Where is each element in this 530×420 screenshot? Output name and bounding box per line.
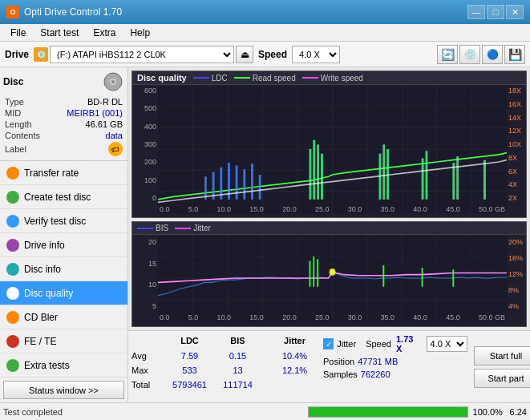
avg-label: Avg — [131, 351, 164, 361]
disc-blue-button[interactable]: 🔵 — [482, 45, 503, 64]
svg-rect-30 — [321, 154, 323, 200]
disc-mid-value: MEIRB1 (001) — [67, 108, 123, 118]
drive-select[interactable]: (F:) ATAPI iHBS112 2 CL0K — [50, 46, 234, 63]
disc-panel: Disc Type BD-R DL MID MEIRB1 (001) Lengt… — [0, 67, 127, 161]
chart2-x-axis: 0.0 5.0 10.0 15.0 20.0 25.0 30.0 35.0 40… — [158, 313, 507, 321]
fe-te-icon — [6, 335, 19, 348]
status-speed: 6.24 — [510, 407, 527, 417]
app-icon: O — [6, 6, 19, 18]
nav-verify-test-disc-label: Verify test disc — [24, 216, 86, 227]
read-label: Read speed — [253, 74, 296, 83]
chart1-x-axis: 0.0 5.0 10.0 15.0 20.0 25.0 30.0 35.0 40… — [158, 205, 507, 213]
disc-quality-icon — [6, 287, 19, 300]
nav-drive-info[interactable]: Drive info — [0, 233, 127, 257]
write-color — [302, 77, 318, 79]
nav-transfer-rate-label: Transfer rate — [24, 168, 79, 179]
max-jitter: 12.1% — [273, 365, 317, 375]
chart2-legend-bis: BIS — [137, 224, 168, 232]
svg-rect-55 — [317, 259, 318, 287]
nav-transfer-rate[interactable]: Transfer rate — [0, 161, 127, 185]
extra-tests-icon — [6, 359, 19, 372]
svg-rect-37 — [456, 156, 459, 200]
svg-rect-23 — [236, 166, 238, 200]
progress-bar-fill — [309, 407, 467, 417]
eject-button[interactable]: ⏏ — [236, 46, 253, 63]
svg-rect-54 — [313, 256, 314, 287]
disc-length-label: Length — [5, 119, 32, 129]
samples-value: 762260 — [361, 370, 390, 379]
maximize-button[interactable]: □ — [487, 5, 504, 19]
nav-fe-te[interactable]: FE / TE — [0, 329, 127, 353]
chart1-svg — [158, 85, 507, 213]
samples-row: Samples 762260 — [323, 370, 467, 379]
jitter-label: Jitter — [193, 224, 211, 232]
chart1-body: 600 500 400 300 200 100 0 — [132, 85, 526, 213]
chart2-titlebar: BIS Jitter — [132, 222, 526, 235]
chart1-legend-read: Read speed — [234, 74, 296, 83]
disc-label-icon[interactable]: 🏷 — [108, 142, 123, 156]
save-button[interactable]: 💾 — [504, 45, 525, 64]
disc-mid-label: MID — [5, 108, 21, 118]
svg-rect-27 — [310, 149, 312, 200]
close-button[interactable]: ✕ — [506, 5, 524, 19]
disc-header: Disc — [3, 71, 124, 93]
svg-rect-36 — [452, 163, 455, 200]
chart-area: Disc quality LDC Read speed Write speed — [128, 67, 530, 330]
stats-table: LDC BIS Jitter Avg 7.59 0.15 10.4% Max 5… — [131, 334, 317, 399]
nav-create-test-disc-label: Create test disc — [24, 192, 91, 203]
chart1-titlebar: Disc quality LDC Read speed Write speed — [132, 71, 526, 85]
disc-red-button[interactable]: 💿 — [459, 45, 480, 64]
speed-select[interactable]: 4.0 X — [292, 46, 340, 63]
disc-panel-title: Disc — [3, 76, 23, 87]
start-full-button[interactable]: Start full — [474, 346, 530, 365]
speed-label-stat: Speed — [366, 339, 391, 349]
menu-help[interactable]: Help — [123, 25, 157, 41]
nav-extra-tests[interactable]: Extra tests — [0, 353, 127, 378]
jitter-color — [175, 228, 191, 229]
jitter-checkbox-row: ✓ Jitter Speed 1.73 X 4.0 X — [323, 334, 467, 353]
svg-rect-57 — [422, 268, 423, 287]
nav-disc-quality[interactable]: Disc quality — [0, 281, 127, 305]
nav-cd-bler[interactable]: CD Bler — [0, 305, 127, 329]
disc-mid-row: MID MEIRB1 (001) — [3, 107, 124, 119]
chart1-panel: Disc quality LDC Read speed Write speed — [131, 71, 527, 218]
svg-rect-28 — [313, 140, 315, 200]
nav-extra-tests-label: Extra tests — [24, 360, 70, 371]
chart2-body: 20 15 10 5 — [132, 235, 526, 321]
refresh-button[interactable]: 🔄 — [437, 45, 458, 64]
disc-length-value: 46.61 GB — [86, 119, 123, 129]
read-color — [234, 77, 250, 79]
verify-test-disc-icon — [6, 215, 19, 228]
nav-create-test-disc[interactable]: Create test disc — [0, 185, 127, 209]
drive-info-icon — [6, 239, 19, 252]
nav-cd-bler-label: CD Bler — [24, 312, 58, 323]
menu-file[interactable]: File — [3, 25, 33, 41]
menu-start-test[interactable]: Start test — [33, 25, 86, 41]
create-test-disc-icon — [6, 191, 19, 204]
nav-verify-test-disc[interactable]: Verify test disc — [0, 209, 127, 233]
chart1-y-left: 600 500 400 300 200 100 0 — [132, 85, 158, 213]
minimize-button[interactable]: — — [467, 5, 485, 19]
disc-type-label: Type — [5, 97, 24, 107]
position-value: 47731 MB — [358, 357, 398, 366]
nav-disc-info[interactable]: Disc info — [0, 257, 127, 281]
chart1-legend-ldc: LDC — [193, 74, 228, 83]
start-part-button[interactable]: Start part — [474, 369, 530, 388]
bis-col-header: BIS — [216, 336, 260, 345]
jitter-checkbox[interactable]: ✓ — [323, 338, 334, 349]
nav-fe-te-label: FE / TE — [24, 336, 56, 347]
chart1-inner: 0.0 5.0 10.0 15.0 20.0 25.0 30.0 35.0 40… — [158, 85, 507, 213]
transfer-rate-icon — [6, 167, 19, 180]
svg-rect-38 — [483, 160, 486, 200]
menu-extra[interactable]: Extra — [86, 25, 123, 41]
status-window-button[interactable]: Status window >> — [3, 381, 124, 399]
disc-contents-row: Contents data — [3, 130, 124, 141]
svg-rect-56 — [382, 265, 384, 287]
ldc-label: LDC — [212, 74, 228, 83]
nav-disc-info-label: Disc info — [24, 264, 61, 275]
write-label: Write speed — [321, 74, 363, 83]
avg-ldc: 7.59 — [164, 351, 216, 361]
svg-rect-35 — [426, 151, 428, 200]
app-title: Opti Drive Control 1.70 — [24, 6, 122, 18]
speed-stat-select[interactable]: 4.0 X — [427, 336, 467, 352]
